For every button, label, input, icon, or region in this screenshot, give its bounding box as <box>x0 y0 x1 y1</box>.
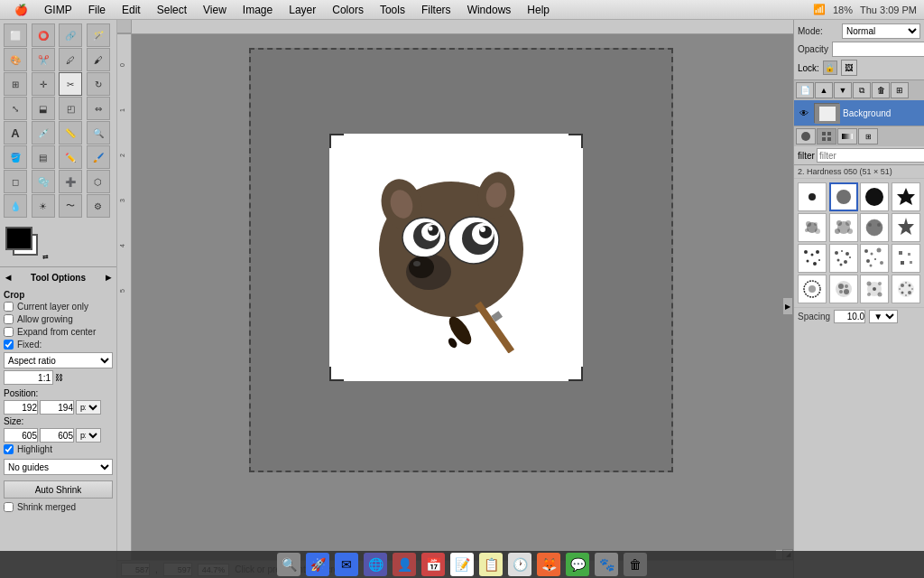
tool-clone[interactable]: ⬡ <box>87 170 110 193</box>
brush-item[interactable] <box>892 275 920 303</box>
tool-flip[interactable]: ⇔ <box>87 97 110 120</box>
tool-smudge[interactable]: 〜 <box>59 194 82 218</box>
tool-options-arrow-right[interactable]: ▶ <box>106 274 111 282</box>
tool-heal[interactable]: ➕ <box>59 170 82 193</box>
pos-unit-select[interactable]: px <box>76 400 101 415</box>
lower-layer-button[interactable]: ▼ <box>834 82 852 98</box>
menu-view[interactable]: View <box>196 2 234 18</box>
lock-pixels-icon[interactable]: 🔒 <box>823 61 837 75</box>
menu-windows[interactable]: Windows <box>460 2 519 18</box>
dock-reminder[interactable]: 📝 <box>450 553 474 576</box>
tool-perspective[interactable]: ◰ <box>59 97 82 120</box>
brush-item[interactable] <box>798 182 827 211</box>
size-h-input[interactable] <box>40 428 74 443</box>
brush-item[interactable] <box>829 275 858 303</box>
fixed-value-input[interactable] <box>4 370 53 385</box>
menu-gimp[interactable]: GIMP <box>37 2 79 18</box>
fixed-select[interactable]: Aspect ratio <box>4 352 113 368</box>
brushes-tab-patterns[interactable] <box>817 128 836 144</box>
tool-bucket-fill[interactable]: 🪣 <box>4 145 27 169</box>
brush-item[interactable] <box>829 182 858 211</box>
apple-menu[interactable]: 🍎 <box>7 2 35 18</box>
tool-shear[interactable]: ⬓ <box>32 97 55 120</box>
brushes-tab-expand[interactable]: ⊞ <box>858 128 878 144</box>
color-selector[interactable]: ⇄ <box>5 227 51 263</box>
brushes-tab-brushes[interactable] <box>796 128 816 144</box>
menu-help[interactable]: Help <box>520 2 557 18</box>
duplicate-layer-button[interactable]: ⧉ <box>853 82 871 98</box>
brush-item[interactable] <box>860 244 889 273</box>
tool-scissors[interactable]: ✂️ <box>32 48 55 71</box>
menu-image[interactable]: Image <box>236 2 280 18</box>
tool-free-select[interactable]: 🔗 <box>59 23 82 47</box>
scroll-right-arrow[interactable]: ▶ <box>782 297 793 315</box>
tool-pencil[interactable]: ✏️ <box>59 145 82 169</box>
tool-gradient[interactable]: ▤ <box>32 145 55 169</box>
tool-measure[interactable]: 📏 <box>59 121 82 144</box>
expand-center-checkbox[interactable] <box>4 327 14 337</box>
tool-paintbrush[interactable]: 🖌️ <box>87 145 110 169</box>
dock-safari[interactable]: 🌐 <box>364 553 387 576</box>
tool-rect-select[interactable]: ⬜ <box>4 23 27 47</box>
layer-expand[interactable]: ⊞ <box>891 82 909 98</box>
tool-options-arrow-left[interactable]: ◀ <box>5 274 11 282</box>
layer-background-row[interactable]: 👁 Background <box>794 100 924 126</box>
dock-chat[interactable]: 💬 <box>566 553 589 576</box>
brush-item[interactable] <box>860 213 889 242</box>
dock-notes[interactable]: 📋 <box>479 553 503 576</box>
layer-visibility-icon[interactable]: 👁 <box>798 107 810 119</box>
tool-move[interactable]: ✛ <box>32 72 55 96</box>
brush-item[interactable] <box>798 275 827 303</box>
swap-colors-icon[interactable]: ⇄ <box>42 253 49 261</box>
menu-select[interactable]: Select <box>150 2 194 18</box>
tool-airbrush[interactable]: 🫧 <box>32 170 55 193</box>
tool-align[interactable]: ⊞ <box>4 72 27 96</box>
brush-item[interactable] <box>860 275 889 303</box>
auto-shrink-button[interactable]: Auto Shrink <box>4 480 113 499</box>
tool-paths[interactable]: 🖊 <box>59 48 82 71</box>
delete-layer-button[interactable]: 🗑 <box>872 82 890 98</box>
brush-item[interactable] <box>892 213 920 242</box>
menu-tools[interactable]: Tools <box>373 2 412 18</box>
dock-finder[interactable]: 🔍 <box>277 553 300 576</box>
tool-color-picker[interactable]: 💉 <box>32 121 55 144</box>
menu-layer[interactable]: Layer <box>282 2 323 18</box>
menu-colors[interactable]: Colors <box>325 2 371 18</box>
current-layer-checkbox[interactable] <box>4 302 14 312</box>
pos-x-input[interactable] <box>4 400 38 415</box>
brush-item[interactable] <box>829 244 858 273</box>
raise-layer-button[interactable]: ▲ <box>815 82 833 98</box>
brushes-filter-input[interactable] <box>817 148 924 163</box>
tool-ellipse-select[interactable]: ⭕ <box>32 23 55 47</box>
brush-item[interactable] <box>892 244 920 273</box>
brush-item[interactable] <box>829 213 858 242</box>
tool-eraser[interactable]: ◻ <box>4 170 27 193</box>
highlight-checkbox[interactable] <box>4 444 14 454</box>
new-layer-button[interactable]: 📄 <box>796 82 814 98</box>
opacity-input[interactable] <box>832 42 924 57</box>
size-w-input[interactable] <box>4 428 38 443</box>
canvas-viewport[interactable]: ▶ ▼ ◢ <box>132 34 793 560</box>
brush-item[interactable] <box>798 213 827 242</box>
tool-text[interactable]: A <box>4 121 27 144</box>
spacing-input[interactable] <box>834 310 865 323</box>
tool-rotate[interactable]: ↻ <box>87 72 110 96</box>
dock-clock[interactable]: 🕐 <box>508 553 531 576</box>
tool-blur[interactable]: 💧 <box>4 194 27 218</box>
foreground-color[interactable] <box>5 227 32 250</box>
dock-calendar[interactable]: 📅 <box>421 553 445 576</box>
menu-file[interactable]: File <box>81 2 113 18</box>
shrink-merged-checkbox[interactable] <box>4 502 14 512</box>
dock-gimp[interactable]: 🐾 <box>595 553 618 576</box>
allow-growing-checkbox[interactable] <box>4 314 14 324</box>
dock-firefox[interactable]: 🦊 <box>537 553 560 576</box>
brush-item[interactable] <box>798 244 827 273</box>
dock-launchpad[interactable]: 🚀 <box>306 553 329 576</box>
tool-crop[interactable]: ✂ <box>59 72 82 96</box>
tool-zoom[interactable]: 🔍 <box>87 121 110 144</box>
dock-trash[interactable]: 🗑 <box>624 553 647 576</box>
tool-by-color[interactable]: 🎨 <box>4 48 27 71</box>
menu-filters[interactable]: Filters <box>414 2 458 18</box>
fixed-checkbox[interactable] <box>4 340 14 350</box>
lock-alpha-icon[interactable]: 🖼 <box>841 60 857 76</box>
